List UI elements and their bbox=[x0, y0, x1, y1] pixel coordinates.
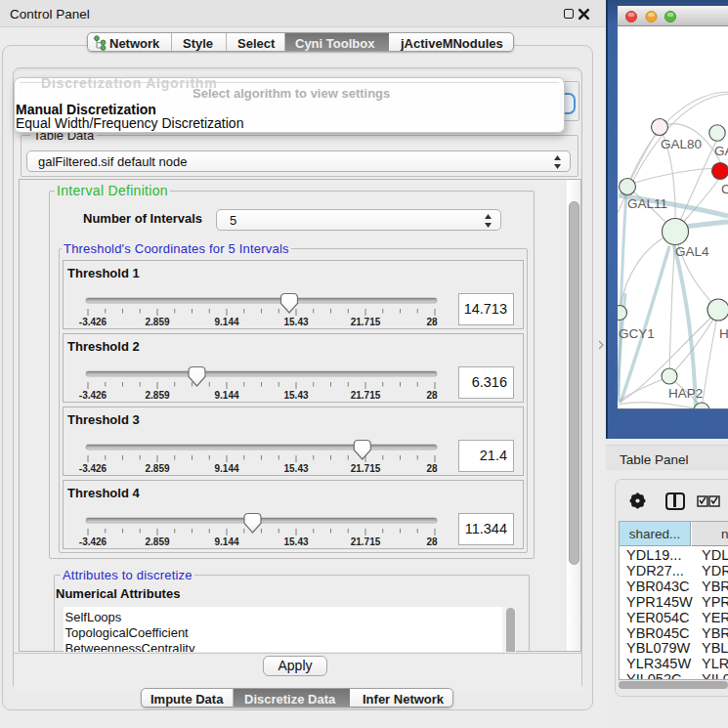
svg-text:15.43: 15.43 bbox=[283, 463, 308, 474]
svg-text:21.715: 21.715 bbox=[351, 536, 381, 547]
svg-text:2.859: 2.859 bbox=[145, 463, 169, 474]
svg-text:GAL4: GAL4 bbox=[675, 244, 709, 259]
svg-text:15.43: 15.43 bbox=[283, 536, 308, 547]
svg-text:-3.426: -3.426 bbox=[79, 463, 107, 474]
svg-text:9.144: 9.144 bbox=[214, 317, 238, 327]
svg-text:28: 28 bbox=[426, 463, 438, 474]
svg-text:-3.426: -3.426 bbox=[79, 536, 107, 547]
svg-text:28: 28 bbox=[426, 390, 438, 401]
svg-text:-3.426: -3.426 bbox=[79, 317, 107, 327]
svg-text:21.715: 21.715 bbox=[351, 390, 381, 401]
svg-text:28: 28 bbox=[426, 317, 438, 327]
svg-text:21.715: 21.715 bbox=[351, 317, 381, 327]
svg-text:28: 28 bbox=[426, 536, 438, 547]
svg-text:GAL11: GAL11 bbox=[627, 196, 667, 211]
svg-text:9.144: 9.144 bbox=[214, 463, 238, 474]
svg-text:H: H bbox=[719, 326, 728, 341]
svg-text:C: C bbox=[721, 182, 728, 196]
svg-text:2.859: 2.859 bbox=[145, 390, 169, 401]
svg-text:GAL80: GAL80 bbox=[661, 137, 702, 151]
svg-text:15.43: 15.43 bbox=[283, 317, 308, 327]
svg-text:21.715: 21.715 bbox=[351, 463, 381, 474]
svg-text:15.43: 15.43 bbox=[283, 390, 308, 401]
svg-text:GAL: GAL bbox=[714, 144, 728, 158]
svg-text:2.859: 2.859 bbox=[145, 536, 169, 547]
svg-text:HAP2: HAP2 bbox=[668, 386, 703, 401]
svg-text:9.144: 9.144 bbox=[214, 390, 238, 401]
svg-text:-3.426: -3.426 bbox=[79, 390, 107, 401]
svg-text:2.859: 2.859 bbox=[145, 317, 169, 327]
svg-text:9.144: 9.144 bbox=[214, 536, 238, 547]
svg-text:GCY1: GCY1 bbox=[619, 326, 655, 341]
